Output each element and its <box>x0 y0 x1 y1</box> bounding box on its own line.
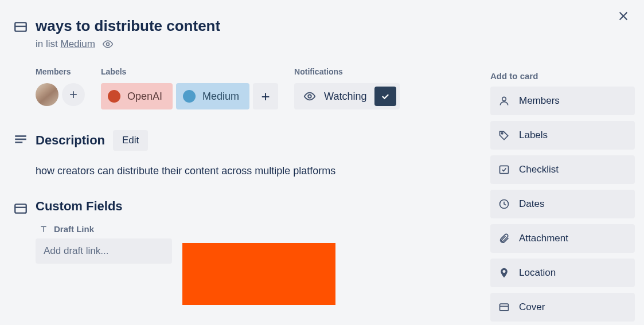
sidebar-item-label: Checklist <box>519 164 559 175</box>
svg-point-3 <box>308 95 311 98</box>
cover-icon <box>498 301 510 313</box>
add-member-button[interactable]: + <box>62 83 85 106</box>
sidebar-members-button[interactable]: Members <box>490 87 635 115</box>
sidebar-labels-button[interactable]: Labels <box>490 121 635 150</box>
eye-icon <box>102 38 114 50</box>
member-avatar[interactable] <box>36 83 58 106</box>
sidebar-item-label: Attachment <box>519 233 568 244</box>
checklist-icon <box>498 164 510 175</box>
in-list-prefix: in list <box>36 38 60 49</box>
custom-field-label: Draft Link <box>54 224 94 234</box>
card-title[interactable]: ways to distribute content <box>36 15 481 36</box>
sidebar-item-label: Cover <box>519 301 545 313</box>
label-color-dot <box>108 90 120 103</box>
custom-fields-heading: Custom Fields <box>36 199 481 214</box>
user-icon <box>498 95 510 107</box>
sidebar-cover-button[interactable]: Cover <box>490 293 635 322</box>
location-icon <box>498 267 510 279</box>
watch-label: Watching <box>324 91 366 103</box>
label-text: Medium <box>202 91 239 103</box>
sidebar-dates-button[interactable]: Dates <box>490 190 635 218</box>
clock-icon <box>498 198 510 210</box>
watch-toggle[interactable]: Watching <box>294 83 400 109</box>
svg-point-11 <box>502 97 506 101</box>
sidebar-checklist-button[interactable]: Checklist <box>490 155 635 184</box>
orange-overlay <box>182 243 335 305</box>
label-openai[interactable]: OpenAI <box>101 83 173 109</box>
svg-rect-7 <box>15 205 26 213</box>
notifications-heading: Notifications <box>294 67 400 76</box>
description-text[interactable]: how creators can distribute their conten… <box>36 163 481 178</box>
tag-icon <box>498 130 510 141</box>
add-to-card-heading: Add to card <box>490 71 635 81</box>
sidebar-item-label: Dates <box>519 198 544 210</box>
svg-rect-13 <box>500 166 509 173</box>
label-color-dot <box>183 90 196 103</box>
draft-link-input[interactable] <box>36 238 172 264</box>
edit-description-button[interactable]: Edit <box>113 130 148 151</box>
text-type-icon <box>39 225 48 234</box>
sidebar-attachment-button[interactable]: Attachment <box>490 224 635 253</box>
eye-icon <box>303 90 316 103</box>
custom-fields-icon <box>10 199 31 264</box>
svg-rect-15 <box>500 304 509 311</box>
watching-check-icon <box>374 87 396 106</box>
close-icon <box>617 10 630 22</box>
label-medium[interactable]: Medium <box>176 83 249 109</box>
sidebar-item-label: Location <box>519 267 556 279</box>
label-text: OpenAI <box>127 91 162 103</box>
members-heading: Members <box>36 67 85 76</box>
list-link[interactable]: Medium <box>60 38 95 49</box>
close-button[interactable] <box>613 6 634 26</box>
sidebar-item-label: Labels <box>519 130 548 141</box>
sidebar-location-button[interactable]: Location <box>490 259 635 287</box>
labels-heading: Labels <box>101 67 278 76</box>
svg-point-12 <box>501 132 503 134</box>
description-icon <box>10 130 31 178</box>
add-label-button[interactable]: + <box>253 83 278 109</box>
svg-point-2 <box>106 43 109 46</box>
attachment-icon <box>498 233 510 244</box>
card-header-icon <box>10 15 31 34</box>
description-heading: Description <box>36 133 105 148</box>
sidebar-item-label: Members <box>519 95 560 107</box>
